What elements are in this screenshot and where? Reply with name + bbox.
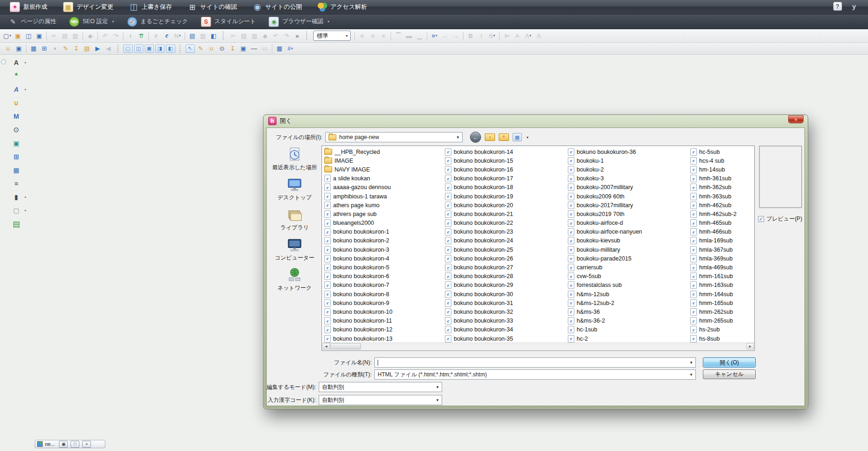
file-item[interactable]: ehmh-462sub-2 bbox=[689, 210, 753, 218]
split-view-icon[interactable]: ◧ bbox=[209, 31, 219, 41]
file-item[interactable]: ehmm-164sub bbox=[689, 290, 753, 299]
page-list-icon[interactable]: ▥ bbox=[198, 31, 208, 41]
format-brush-icon[interactable]: ◆ bbox=[85, 31, 95, 41]
edit-mode-combo[interactable]: 自動判別 bbox=[319, 382, 442, 392]
file-item[interactable]: ehc-1sub bbox=[567, 325, 686, 334]
upload-page-icon[interactable]: ↑ bbox=[126, 31, 135, 41]
save-file-icon[interactable]: ◫ bbox=[24, 31, 33, 41]
file-item[interactable]: ehmh-466sub bbox=[689, 228, 753, 236]
overflow-icon[interactable]: » bbox=[292, 31, 302, 41]
bold-icon[interactable]: B bbox=[466, 31, 476, 41]
anchor-insert-icon[interactable]: ↧ bbox=[228, 44, 238, 53]
undo-icon[interactable]: ↶ bbox=[100, 31, 110, 41]
file-item[interactable]: ehs-8sub bbox=[689, 334, 753, 343]
open-button[interactable]: 開く(O) bbox=[703, 357, 756, 368]
guide-icon[interactable]: #▾ bbox=[285, 44, 295, 53]
restore-window-icon[interactable]: ▣ bbox=[59, 441, 68, 448]
hr-icon[interactable]: — bbox=[249, 44, 259, 53]
file-item[interactable]: ehmh-465sub bbox=[689, 219, 753, 228]
align-center-icon[interactable]: ≡ bbox=[368, 31, 378, 41]
file-item[interactable]: eathers page kumo bbox=[323, 201, 442, 210]
file-item[interactable]: ehc-5sub bbox=[689, 147, 753, 156]
file-item[interactable]: ebokuno boukokuron-5 bbox=[323, 263, 442, 272]
file-item[interactable]: eboukoku-2 bbox=[567, 165, 686, 174]
file-item[interactable]: ebokuno boukokuron-26 bbox=[444, 254, 563, 263]
file-location-combo[interactable]: home page-new bbox=[325, 132, 463, 142]
upload-site-icon[interactable]: ⇈ bbox=[136, 31, 146, 41]
scrollbar-thumb[interactable] bbox=[330, 343, 361, 349]
window-source-icon[interactable]: ◧ bbox=[166, 44, 175, 53]
align-right-icon[interactable]: ≡ bbox=[379, 31, 388, 41]
chevron-down-icon[interactable] bbox=[689, 361, 693, 365]
window-page-icon[interactable]: ▣ bbox=[144, 44, 154, 53]
page-parts-icon[interactable]: ▢▸ bbox=[9, 205, 23, 216]
file-type-combo[interactable]: HTML ファイル (*.html;*.htm;*.shtml;*.shtm) bbox=[374, 369, 696, 380]
dialog-titlebar[interactable]: h 開く bbox=[264, 115, 808, 127]
file-item[interactable]: ebokuno boukokuron-29 bbox=[444, 281, 563, 290]
file-item[interactable]: ecvw-5sub bbox=[567, 272, 686, 281]
file-item[interactable]: ebokuno boukokuron-31 bbox=[444, 299, 563, 307]
file-item[interactable]: eboukoku-airfoce-nanyuen bbox=[567, 228, 686, 236]
file-item[interactable]: eboukoku2009 60th bbox=[567, 192, 686, 201]
file-item[interactable]: eh&ms-36 bbox=[567, 307, 686, 316]
ribbon-item-full-check[interactable]: ✓まるごとチェック bbox=[121, 14, 194, 29]
pencil-edit-icon[interactable]: ✎ bbox=[61, 44, 71, 53]
format-brush-icon[interactable]: ◆ bbox=[260, 31, 270, 41]
font-decrease-icon[interactable]: A- bbox=[513, 31, 522, 41]
folder-item[interactable]: NAVY IMAGE bbox=[323, 165, 442, 174]
copy-icon[interactable]: ▤ bbox=[60, 31, 70, 41]
list-parts-icon[interactable]: ≡ bbox=[9, 178, 23, 189]
folder-item[interactable]: IMAGE bbox=[323, 156, 442, 165]
chart-parts-icon[interactable]: ▤ bbox=[9, 218, 23, 229]
page-editor-icon[interactable]: ▤ bbox=[187, 31, 197, 41]
file-item[interactable]: ebokuno boukokuron-1 bbox=[323, 228, 442, 236]
file-item[interactable]: ebokuno boukokuron-9 bbox=[323, 299, 442, 307]
file-item[interactable]: ehmla-367sub bbox=[689, 245, 753, 254]
file-item[interactable]: ebokuno boukokuron-18 bbox=[444, 183, 563, 192]
ribbon-item-access-analytics[interactable]: アクセス解析 bbox=[310, 0, 375, 14]
cancel-button[interactable]: キャンセル bbox=[703, 369, 756, 379]
file-item[interactable]: ebokuno boukokuron-4 bbox=[323, 254, 442, 263]
file-item[interactable]: ebokuno boukokuron-22 bbox=[444, 219, 563, 228]
media-icon[interactable]: ▶ bbox=[93, 44, 103, 53]
file-item[interactable]: ebokuno boukokuron-12 bbox=[323, 325, 442, 334]
toolbar-grip[interactable] bbox=[223, 32, 225, 40]
file-item[interactable]: ebokuno boukokuron-34 bbox=[444, 325, 563, 334]
ribbon-item-new-page[interactable]: ✦新規作成 bbox=[2, 0, 55, 14]
file-item[interactable]: eboukoku-1 bbox=[567, 156, 686, 165]
file-item[interactable]: eboukoku-2007millitary bbox=[567, 183, 686, 192]
list-icon[interactable]: ≡▾ bbox=[430, 31, 439, 41]
kanji-code-combo[interactable]: 自動判別 bbox=[319, 395, 442, 405]
image-file-icon[interactable]: ▣ bbox=[9, 138, 23, 149]
file-item[interactable]: ehc-2 bbox=[567, 334, 686, 343]
attach-icon[interactable]: ∪ bbox=[206, 44, 216, 53]
font-frame-icon[interactable]: A bbox=[534, 31, 544, 41]
font-color-icon[interactable]: A▾ bbox=[523, 31, 533, 41]
file-item[interactable]: ebokuno boukokuron-27 bbox=[444, 263, 563, 272]
align-left-icon[interactable]: ≡ bbox=[357, 31, 367, 41]
ribbon-item-design-change[interactable]: ▦デザイン変更 bbox=[55, 0, 121, 14]
file-item[interactable]: eboukoku-3 bbox=[567, 174, 686, 183]
file-item[interactable]: ehmm-163sub bbox=[689, 281, 753, 290]
valign-bottom-icon[interactable]: ▁ bbox=[415, 31, 424, 41]
file-item[interactable]: ebokuno boukokuron-32 bbox=[444, 307, 563, 316]
file-item[interactable]: ehs-2sub bbox=[689, 325, 753, 334]
text-parts-icon[interactable]: A▸ bbox=[9, 57, 23, 68]
file-item[interactable]: ea slide koukan bbox=[323, 174, 442, 183]
layout-parts-icon[interactable]: ⊞ bbox=[9, 151, 23, 162]
file-item[interactable]: ehmm-265sub bbox=[689, 317, 753, 325]
layout-container-icon[interactable]: ⊞ bbox=[39, 44, 49, 53]
chevron-down-icon[interactable] bbox=[436, 398, 439, 402]
copy-icon[interactable]: ▤ bbox=[239, 31, 249, 41]
file-item[interactable]: ebokuno boukokuron-10 bbox=[323, 307, 442, 316]
insert-image-icon[interactable]: ▣ bbox=[14, 44, 24, 53]
file-item[interactable]: ebokuno boukokuron-6 bbox=[323, 272, 442, 281]
file-item[interactable]: ehmh-363sub bbox=[689, 192, 753, 201]
table-parts-icon[interactable]: ▦ bbox=[9, 165, 23, 176]
file-item[interactable]: eforrestalclass sub bbox=[567, 281, 686, 290]
places-item-libraries[interactable]: ライブラリ bbox=[269, 207, 321, 237]
file-item[interactable]: eboukoku-airfoce-d bbox=[567, 219, 686, 228]
ribbon-item-site-publish[interactable]: ◉サイトの公開 bbox=[245, 0, 310, 14]
wrench-button[interactable]: y bbox=[852, 2, 856, 10]
chevron-down-icon[interactable] bbox=[689, 373, 693, 377]
